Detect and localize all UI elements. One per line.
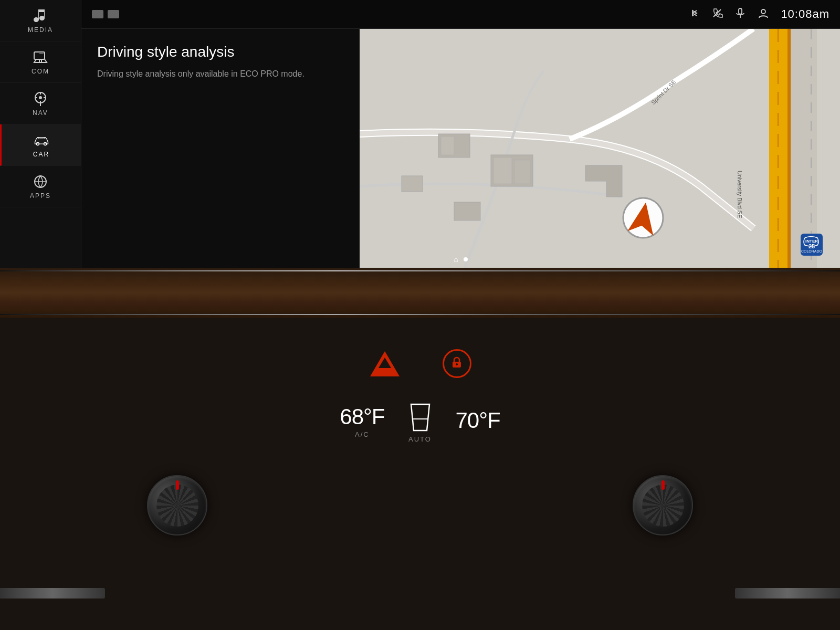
clock-display: 10:08am [781,7,830,21]
left-dial-knob[interactable] [147,475,207,536]
pagination: ⌂ [81,255,840,264]
svg-text:University Blvd SE: University Blvd SE [737,171,743,218]
right-dial[interactable] [633,475,693,536]
right-temp-value: 70°F [456,408,500,433]
page-title: Driving style analysis [97,44,344,60]
svg-rect-21 [788,29,791,268]
svg-rect-20 [769,29,788,268]
left-dial[interactable] [147,475,207,536]
sidebar-item-nav-label: NAV [33,109,48,117]
layout-square-1[interactable] [92,10,103,18]
svg-rect-16 [739,8,742,14]
car-icon [33,132,50,149]
phone-mute-icon [711,7,723,22]
sidebar-item-com-label: COM [32,68,49,75]
dial-red-mark [176,480,179,490]
home-dot[interactable]: ⌂ [454,255,458,264]
page-subtitle: Driving style analysis only available in… [97,68,344,80]
climate-controls: 68°F A/C AUTO 70°F [340,399,500,443]
main-content-panel: Driving style analysis Driving style ana… [81,29,360,268]
svg-rect-31 [402,176,423,192]
central-lock-button[interactable] [443,349,471,378]
microphone-icon [734,7,746,22]
fan-mode-label: AUTO [408,435,432,443]
sidebar-item-com[interactable]: COM [0,41,81,83]
sidebar-item-car-label: CAR [33,151,49,158]
right-dial-knob[interactable] [633,475,693,536]
svg-rect-27 [441,136,454,155]
svg-rect-0 [34,52,45,59]
layout-square-2[interactable] [108,10,119,18]
left-vent-strip [0,588,105,598]
svg-rect-32 [454,202,480,220]
bluetooth-icon [688,7,700,22]
sidebar-item-media-label: MEDIA [28,26,53,34]
hazard-triangle-icon [370,351,400,376]
com-icon [32,49,49,66]
music-icon [32,7,49,24]
hazard-button[interactable] [369,349,401,378]
sidebar-item-apps[interactable]: APPS [0,166,81,207]
sidebar: MEDIA COM NAV [0,0,81,268]
svg-rect-23 [791,29,817,268]
sidebar-item-nav[interactable]: NAV [0,83,81,124]
svg-rect-29 [494,158,512,184]
lock-icon [450,355,464,372]
svg-point-41 [456,363,458,365]
layout-controls[interactable] [92,10,119,18]
sidebar-item-car[interactable]: CAR [0,124,81,166]
sidebar-item-media[interactable]: MEDIA [0,0,81,41]
svg-rect-19 [360,29,840,268]
fan-icon-svg [406,399,435,433]
wood-trim [0,268,840,318]
button-row [369,349,471,378]
left-temp-value: 68°F [340,404,384,429]
dot-1[interactable] [464,257,468,261]
left-temp-label: A/C [355,430,370,438]
infotainment-screen: MEDIA COM NAV [0,0,840,268]
right-temp-display: 70°F [456,408,500,434]
svg-point-9 [39,96,42,99]
profile-icon [758,7,769,22]
sidebar-item-apps-label: APPS [30,192,51,200]
left-temp-display: 68°F A/C [340,404,384,438]
right-vent-strip [735,588,840,598]
fan-display: AUTO [406,399,435,443]
map-area[interactable]: Sprint Dr SE University Blvd SE [360,29,840,268]
svg-text:25: 25 [808,243,815,249]
nav-icon [32,90,49,107]
svg-point-18 [761,9,765,14]
svg-text:COLORADO: COLORADO [801,249,823,253]
lower-console: 68°F A/C AUTO 70°F [0,318,840,630]
top-bar: 10:08am [81,0,840,29]
status-bar: 10:08am [688,7,830,22]
dial-red-mark-right [662,480,665,490]
svg-rect-30 [514,160,530,184]
apps-icon [32,173,49,190]
svg-rect-3 [39,54,44,54]
